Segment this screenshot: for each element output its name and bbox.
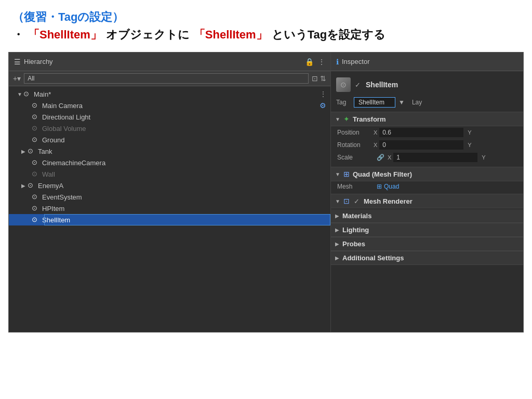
transform-arrow: ▼ — [335, 116, 340, 122]
tree-label-wall: Wall — [42, 170, 55, 178]
tree-label-global-volume: Global Volume — [42, 125, 86, 132]
mesh-renderer-arrow: ▼ — [335, 198, 340, 204]
tree-item-main[interactable]: ▼ ⊙ Main* ⋮ — [9, 88, 330, 100]
materials-arrow: ▶ — [335, 213, 339, 219]
cube-icon-main: ⊙ — [23, 90, 32, 98]
object-header: ⊙ ✓ ShellItem — [331, 74, 523, 95]
inspector-content: ⊙ ✓ ShellItem Tag ShellItem ▼ Lay ▼ ✦ Tr… — [331, 71, 523, 332]
cube-icon-tank: ⊙ — [28, 147, 36, 155]
probes-title: Probes — [342, 240, 365, 248]
lock-icon[interactable]: 🔒 — [305, 58, 314, 66]
tree-item-event-system[interactable]: ⊙ EventSystem — [9, 191, 330, 203]
cube-icon-shell-item: ⊙ — [32, 216, 40, 224]
cube-icon-hp-item: ⊙ — [32, 204, 40, 212]
additional-arrow: ▶ — [335, 255, 339, 261]
tree-label-event-system: EventSystem — [42, 193, 82, 201]
tree-label-enemy-a: EnemyA — [38, 182, 63, 190]
position-row: Position X Y — [331, 126, 523, 139]
mesh-renderer-section-header[interactable]: ▼ ⊡ ✓ Mesh Renderer — [331, 194, 523, 208]
scale-row: Scale 🔗 X Y — [331, 151, 523, 164]
object-active-check[interactable]: ✓ — [355, 81, 361, 89]
scale-x-axis: X — [388, 154, 391, 161]
instruction-text-2: というTagを設定する — [272, 27, 385, 43]
mesh-filter-section-header[interactable]: ▼ ⊞ Quad (Mesh Filter) — [331, 167, 523, 181]
mesh-name: Quad — [384, 183, 399, 190]
scale-lock-icon[interactable]: 🔗 — [377, 154, 384, 161]
unity-editor: ☰ Hierarchy 🔒 ⋮ +▾ ⊡ ⇅ ▼ ⊙ Main* — [8, 52, 524, 332]
mesh-renderer-title: Mesh Renderer — [364, 197, 413, 205]
inspector-header-title: Inspector — [342, 58, 369, 65]
filter-icon[interactable]: ⊡ — [312, 74, 318, 83]
scale-x-field[interactable] — [393, 153, 477, 162]
mesh-renderer-check[interactable]: ✓ — [354, 197, 360, 205]
object-name: ShellItem — [366, 81, 398, 89]
highlight-shellitem-2: 「ShellItem」 — [194, 27, 268, 43]
hierarchy-title: Hierarchy — [24, 58, 53, 65]
tree-item-ground[interactable]: ⊙ Ground — [9, 134, 330, 145]
hierarchy-panel: ☰ Hierarchy 🔒 ⋮ +▾ ⊡ ⇅ ▼ ⊙ Main* — [9, 52, 331, 332]
cube-icon-dir-light: ⊙ — [32, 113, 40, 121]
mesh-grid-icon: ⊞ — [377, 183, 382, 190]
tree-item-wall[interactable]: ⊙ Wall — [9, 168, 330, 180]
selection-border — [44, 214, 330, 225]
transform-section-header[interactable]: ▼ ✦ Transform — [331, 112, 523, 126]
mesh-value: ⊞ Quad — [377, 183, 399, 190]
additional-settings-row[interactable]: ▶ Additional Settings — [331, 251, 523, 265]
mesh-filter-arrow: ▼ — [335, 171, 340, 177]
tree-item-cinemachine[interactable]: ⊙ CinemachineCamera — [9, 157, 330, 168]
tree-label-shell-item: ShellItem — [42, 216, 70, 224]
camera-extra-icon: ⚙ — [320, 101, 326, 110]
tree-item-global-volume[interactable]: ⊙ Global Volume — [9, 123, 330, 134]
object-cube-icon: ⊙ — [336, 77, 351, 92]
cube-icon-ground: ⊙ — [32, 136, 40, 144]
add-icon[interactable]: +▾ — [13, 74, 21, 83]
scale-y-axis: Y — [482, 154, 485, 161]
search-icons: ⊡ ⇅ — [312, 74, 326, 83]
mesh-row: Mesh ⊞ Quad — [331, 181, 523, 192]
tree-label-hp-item: HPItem — [42, 205, 64, 212]
more-icon[interactable]: ⋮ — [318, 58, 325, 66]
tag-label: Tag — [336, 99, 351, 106]
cube-icon-main-camera: ⊙ — [32, 101, 40, 110]
camera-extras: ⚙ — [320, 101, 326, 110]
tree-item-main-camera[interactable]: ⊙ Main Camera ⚙ — [9, 100, 330, 111]
cube-icon-enemy-a: ⊙ — [28, 181, 36, 190]
transform-title: Transform — [353, 115, 386, 123]
hierarchy-search-bar: +▾ ⊡ ⇅ — [9, 71, 330, 86]
inspector-info-icon: ℹ — [336, 58, 339, 66]
materials-title: Materials — [342, 212, 371, 220]
lighting-arrow: ▶ — [335, 227, 339, 233]
rotation-x-field[interactable] — [379, 140, 463, 150]
layer-label: Lay — [412, 99, 422, 106]
sort-icon[interactable]: ⇅ — [320, 74, 326, 83]
probes-row[interactable]: ▶ Probes — [331, 237, 523, 251]
additional-title: Additional Settings — [342, 254, 404, 262]
tree-label-tank: Tank — [38, 148, 52, 155]
main-extra-dots[interactable]: ⋮ — [320, 90, 326, 98]
tree-label-main-camera: Main Camera — [42, 102, 83, 110]
tree-item-tank[interactable]: ▶ ⊙ Tank — [9, 145, 330, 157]
mesh-filter-title: Quad (Mesh Filter) — [353, 170, 412, 178]
main-extras: ⋮ — [320, 90, 326, 98]
position-y-axis: Y — [468, 129, 471, 136]
tree-arrow-tank: ▶ — [21, 149, 28, 154]
tree-item-enemy-a[interactable]: ▶ ⊙ EnemyA — [9, 180, 330, 191]
tag-value[interactable]: ShellItem — [354, 97, 395, 108]
materials-row[interactable]: ▶ Materials — [331, 209, 523, 223]
tree-item-hp-item[interactable]: ⊙ HPItem — [9, 203, 330, 214]
tree-label-cinemachine: CinemachineCamera — [42, 159, 105, 167]
cube-icon-global-volume: ⊙ — [32, 124, 40, 132]
hierarchy-menu-icon: ☰ — [14, 58, 21, 66]
tree-item-shell-item[interactable]: ⊙ ShellItem — [9, 214, 330, 225]
tree-arrow-enemy-a: ▶ — [21, 183, 28, 189]
mesh-filter-icon: ⊞ — [343, 170, 350, 178]
hierarchy-header-icons: 🔒 ⋮ — [305, 58, 325, 66]
tag-dropdown-arrow[interactable]: ▼ — [398, 99, 405, 106]
lighting-row[interactable]: ▶ Lighting — [331, 223, 523, 237]
lighting-title: Lighting — [342, 226, 369, 234]
tree-item-directional-light[interactable]: ⊙ Directional Light — [9, 111, 330, 123]
rotation-row: Rotation X Y — [331, 139, 523, 151]
search-input[interactable] — [24, 73, 309, 84]
position-x-field[interactable] — [379, 128, 463, 137]
scale-label: Scale — [337, 154, 374, 161]
